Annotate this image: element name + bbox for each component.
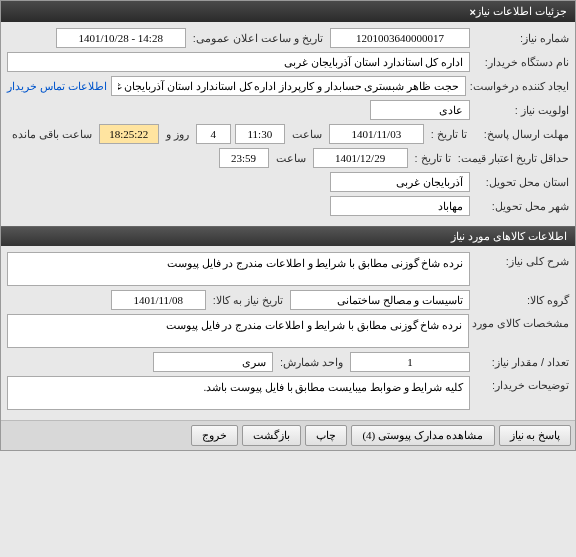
delivery-city-label: شهر محل تحویل: (474, 200, 569, 213)
group-label: گروه کالا: (474, 294, 569, 307)
deadline-date-field[interactable] (329, 124, 424, 144)
req-number-field[interactable] (330, 28, 470, 48)
time-label-1: ساعت (289, 128, 325, 141)
qty-field[interactable] (350, 352, 470, 372)
validity-label: حداقل تاریخ اعتبار قیمت: (458, 152, 569, 165)
need-info-section: شماره نیاز: تاریخ و ساعت اعلان عمومی: نا… (1, 22, 575, 226)
unit-field[interactable] (153, 352, 273, 372)
reply-button[interactable]: پاسخ به نیاز (499, 425, 572, 446)
goods-section: شرح کلی نیاز: گروه کالا: تاریخ نیاز به ک… (1, 246, 575, 420)
specs-field[interactable] (7, 314, 469, 348)
priority-label: اولویت نیاز : (474, 104, 569, 117)
buyer-notes-label: توضیحات خریدار: (474, 376, 569, 392)
delivery-province-field[interactable] (330, 172, 470, 192)
announce-label: تاریخ و ساعت اعلان عمومی: (190, 32, 326, 45)
validity-time-field[interactable] (219, 148, 269, 168)
need-date-field[interactable] (111, 290, 206, 310)
desc-label: شرح کلی نیاز: (474, 252, 569, 268)
exit-button[interactable]: خروج (191, 425, 238, 446)
titlebar: جزئیات اطلاعات نیاز × (1, 1, 575, 22)
unit-label: واحد شمارش: (277, 356, 346, 369)
contact-link[interactable]: اطلاعات تماس خریدار (7, 80, 107, 93)
details-window: جزئیات اطلاعات نیاز × شماره نیاز: تاریخ … (0, 0, 576, 451)
countdown-field (99, 124, 159, 144)
deadline-send-label: مهلت ارسال پاسخ: (474, 128, 569, 141)
days-field[interactable] (196, 124, 231, 144)
days-label: روز و (163, 128, 192, 141)
desc-field[interactable] (7, 252, 470, 286)
priority-field[interactable] (370, 100, 470, 120)
back-button[interactable]: بازگشت (242, 425, 301, 446)
delivery-city-field[interactable] (330, 196, 470, 216)
buyer-field[interactable] (7, 52, 470, 72)
toolbar: پاسخ به نیاز مشاهده مدارک پیوستی (4) چاپ… (1, 420, 575, 450)
close-icon[interactable]: × (469, 6, 475, 18)
announce-date-field[interactable] (56, 28, 186, 48)
deadline-time-field[interactable] (235, 124, 285, 144)
validity-date-field[interactable] (313, 148, 408, 168)
window-title: جزئیات اطلاعات نیاز (476, 5, 567, 18)
remaining-label: ساعت باقی مانده (9, 128, 95, 141)
goods-section-header: اطلاعات کالاهای مورد نیاز (1, 226, 575, 246)
qty-label: تعداد / مقدار نیاز: (474, 356, 569, 369)
to-date-label-2: تا تاریخ : (412, 152, 454, 165)
group-field[interactable] (290, 290, 470, 310)
creator-field[interactable] (111, 76, 466, 96)
creator-label: ایجاد کننده درخواست: (470, 80, 569, 93)
to-date-label-1: تا تاریخ : (428, 128, 470, 141)
buyer-label: نام دستگاه خریدار: (474, 56, 569, 69)
print-button[interactable]: چاپ (305, 425, 347, 446)
need-date-label: تاریخ نیاز به کالا: (210, 294, 286, 307)
buyer-notes-field[interactable] (7, 376, 470, 410)
specs-label: مشخصات کالای مورد نیاز: (473, 314, 569, 330)
req-number-label: شماره نیاز: (474, 32, 569, 45)
attachments-button[interactable]: مشاهده مدارک پیوستی (4) (351, 425, 494, 446)
delivery-province-label: استان محل تحویل: (474, 176, 569, 189)
time-label-2: ساعت (273, 152, 309, 165)
